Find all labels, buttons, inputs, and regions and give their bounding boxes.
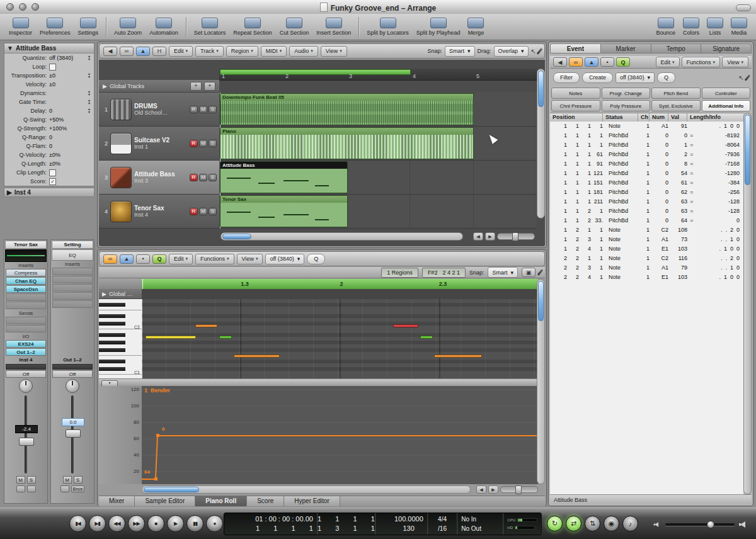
link-icon[interactable]: ∞ xyxy=(103,254,117,264)
insert-slot-empty[interactable] xyxy=(6,302,46,309)
column-header-length-info[interactable]: Length/Info xyxy=(687,113,743,122)
cycle-button[interactable]: ↻ xyxy=(547,516,563,531)
column-header-position[interactable]: Position xyxy=(550,113,603,122)
param-stepper-icon[interactable]: ▴▾ xyxy=(86,90,92,96)
track-mute-button[interactable]: M xyxy=(199,106,207,113)
filter-button-chnl-pressure[interactable]: Chnl Pressure xyxy=(551,100,600,111)
bar-position-display[interactable]: 1 1 1 1 xyxy=(256,524,313,533)
bypass-button[interactable]: Off xyxy=(52,370,93,378)
tab-tempo[interactable]: Tempo xyxy=(651,43,702,54)
channel-setting-button[interactable]: Tenor Sax xyxy=(5,241,47,249)
black-key[interactable] xyxy=(99,333,125,337)
param-value[interactable]: 0 xyxy=(49,134,92,140)
menu-view[interactable]: View▾ xyxy=(321,46,347,57)
param-value[interactable]: off (3840) xyxy=(49,55,86,61)
black-key[interactable] xyxy=(99,303,125,307)
track-mute-button[interactable]: M xyxy=(199,174,207,181)
toolbar-button-settings[interactable]: Settings xyxy=(74,16,103,37)
event-row[interactable]: 111181PitchBd1062=-256 xyxy=(550,188,743,197)
zoom-slider[interactable] xyxy=(497,233,535,240)
menu-midi[interactable]: MIDI▾ xyxy=(261,46,287,57)
param-checkbox[interactable] xyxy=(49,169,56,176)
scrollbar-thumb[interactable] xyxy=(144,487,199,492)
go-to-end-button[interactable]: ▶▮ xyxy=(89,515,106,532)
filter-button-additional-info[interactable]: Additional Info xyxy=(702,100,751,111)
pause-button[interactable]: ▮▮ xyxy=(186,515,203,532)
event-row[interactable]: 1111Note1A191. 1 0 0 xyxy=(550,122,743,131)
event-row[interactable]: 1111PitchBd100=-8192 xyxy=(550,131,743,140)
rewind-button[interactable]: ◀◀ xyxy=(108,515,125,532)
toolbar-button-insert-section[interactable]: Insert Section xyxy=(312,16,355,37)
fader-cap[interactable] xyxy=(19,438,34,446)
event-row[interactable]: 1241Note1E1103. 1 0 0 xyxy=(550,244,743,254)
channel-setting-button[interactable]: Setting xyxy=(52,241,93,249)
event-row[interactable]: 11161PitchBd102=-7936 xyxy=(550,150,743,159)
filter-button-controller[interactable]: Controller xyxy=(702,88,751,99)
event-row[interactable]: 11233.PitchBd1064=0 xyxy=(550,216,743,225)
event-row[interactable]: 111211PitchBd1063=-128 xyxy=(550,197,743,207)
event-row[interactable]: 2231Note1A179. . 1 0 xyxy=(550,263,743,273)
track-solo-button[interactable]: S xyxy=(209,208,217,215)
track-solo-button[interactable]: S xyxy=(209,140,217,147)
scrollbar-thumb[interactable] xyxy=(745,115,750,185)
tab-sample-editor[interactable]: Sample Editor xyxy=(135,496,195,506)
tab-hyper-editor[interactable]: Hyper Editor xyxy=(284,496,340,506)
column-header-num[interactable]: Num xyxy=(650,113,668,122)
column-header-val[interactable]: Val xyxy=(668,113,687,122)
event-row[interactable]: 1121PitchBd1063=-128 xyxy=(550,207,743,216)
global-track-config-icon[interactable]: + xyxy=(204,82,215,91)
scroll-right-icon[interactable]: ▶ xyxy=(485,232,495,241)
bypass-button[interactable]: Off xyxy=(6,370,46,378)
track-header-drums[interactable]: 1DRUMSOld School…RMS xyxy=(99,93,219,127)
black-key[interactable] xyxy=(99,341,125,344)
time-signature-display[interactable]: 4/4 xyxy=(438,514,447,524)
track-record-button[interactable]: R xyxy=(190,174,198,181)
pencil-tool-icon[interactable] xyxy=(537,269,543,275)
pointer-tool-icon[interactable]: ↖ xyxy=(739,74,744,81)
back-icon[interactable]: ◀ xyxy=(553,57,567,67)
track-parameter-header[interactable]: ▶ Inst 4 xyxy=(4,188,94,197)
pan-knob[interactable] xyxy=(66,379,79,393)
black-key[interactable] xyxy=(99,348,125,352)
insert-slot-chan-eq[interactable]: Chan EQ xyxy=(6,277,46,285)
fader-cap[interactable] xyxy=(66,429,81,438)
param-stepper-icon[interactable]: ▴▾ xyxy=(86,108,92,114)
volume-slider[interactable] xyxy=(665,523,735,526)
arrange-horizontal-scrollbar[interactable] xyxy=(220,232,463,241)
insert-slot-empty[interactable] xyxy=(52,284,93,292)
create-button[interactable]: Create xyxy=(582,72,613,83)
black-key[interactable] xyxy=(99,367,125,371)
right-locator-display[interactable]: 1 3 1 1 xyxy=(318,524,375,533)
toolbar-button-lists[interactable]: Lists xyxy=(703,16,727,37)
param-value[interactable]: ±0 xyxy=(49,81,92,88)
global-tracks-header[interactable]: ▶ Global Tracks + + xyxy=(99,80,219,93)
track-solo-button[interactable]: S xyxy=(209,174,217,181)
toolbar-toggle-button[interactable] xyxy=(736,4,751,11)
tab-piano-roll[interactable]: Piano Roll xyxy=(195,496,247,506)
tab-mixer[interactable]: Mixer xyxy=(99,496,135,506)
hide-tracks-button[interactable]: H xyxy=(152,47,166,56)
event-row[interactable]: 1231Note1A173. . 1 0 xyxy=(550,235,743,244)
toolbar-button-inspector[interactable]: Inspector xyxy=(5,16,36,37)
scrollbar-thumb[interactable] xyxy=(222,234,251,239)
back-icon[interactable]: ◀ xyxy=(103,47,117,56)
event-row[interactable]: 111151PitchBd1061=-384 xyxy=(550,178,743,188)
insert-slot-empty[interactable] xyxy=(6,293,46,301)
filter-button-progr-change[interactable]: Progr. Change xyxy=(602,88,651,99)
track-header-attitude-bass[interactable]: 3Attitude BassInst 3RMS xyxy=(99,161,219,195)
track-mute-button[interactable]: M xyxy=(199,140,207,147)
tempo-alt-display[interactable]: 130 xyxy=(403,524,423,533)
record-button[interactable]: ● xyxy=(206,515,223,532)
event-row[interactable]: 1211Note1C2108. . 2 0 xyxy=(550,225,743,235)
automation-mode-button[interactable] xyxy=(27,485,36,492)
division-display[interactable]: /16 xyxy=(438,524,447,533)
region-tenor-sax[interactable]: Tenor Sax xyxy=(220,195,348,227)
midi-note[interactable] xyxy=(434,355,483,358)
bounce-button[interactable]: Bnce xyxy=(71,485,85,492)
event-row[interactable]: 11191PitchBd108=-7168 xyxy=(550,159,743,169)
midi-note[interactable] xyxy=(393,324,418,327)
insert-slot-empty[interactable] xyxy=(52,300,93,308)
region-attitude-bass[interactable]: Attitude Bass xyxy=(220,161,348,193)
arrange-vertical-scrollbar[interactable] xyxy=(537,69,545,218)
piano-roll-vertical-scrollbar[interactable] xyxy=(537,279,545,484)
